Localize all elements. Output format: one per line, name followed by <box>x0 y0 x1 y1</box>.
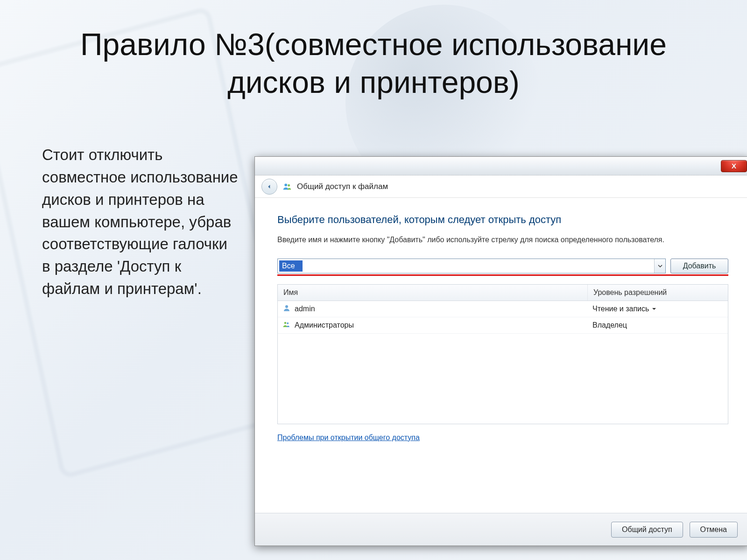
dialog-footer: Общий доступ Отмена <box>255 513 747 546</box>
user-combobox[interactable]: Все <box>277 259 666 273</box>
column-permission-header[interactable]: Уровень разрешений <box>588 285 728 301</box>
slide-title: Правило №3(совместное использование диск… <box>0 26 747 101</box>
group-icon <box>282 320 291 330</box>
chevron-down-icon <box>658 264 662 268</box>
people-icon <box>282 182 292 192</box>
chevron-down-icon <box>652 307 656 311</box>
help-link-row: Проблемы при открытии общего доступа <box>277 434 728 442</box>
permissions-table: Имя Уровень разрешений admin Чтение и за… <box>277 284 728 424</box>
dialog-content: Выберите пользователей, которым следует … <box>255 198 747 450</box>
file-sharing-dialog: X Общий доступ к файлам Выберите пользов… <box>254 156 747 546</box>
close-icon: X <box>732 162 736 170</box>
troubleshoot-link[interactable]: Проблемы при открытии общего доступа <box>277 434 420 441</box>
table-row[interactable]: admin Чтение и запись <box>278 301 728 317</box>
column-name-header[interactable]: Имя <box>278 285 588 301</box>
row-name: admin <box>295 305 315 313</box>
combobox-value[interactable]: Все <box>279 260 303 272</box>
row-permission: Чтение и запись <box>592 305 649 313</box>
svg-point-3 <box>284 322 287 324</box>
highlight-underline <box>277 274 728 276</box>
content-heading: Выберите пользователей, которым следует … <box>277 214 728 226</box>
titlebar: X <box>255 157 747 175</box>
svg-point-0 <box>284 183 287 186</box>
svg-point-1 <box>288 184 290 186</box>
cancel-button[interactable]: Отмена <box>690 522 738 538</box>
svg-point-2 <box>285 305 288 308</box>
combobox-dropdown[interactable] <box>654 259 665 273</box>
svg-point-4 <box>287 322 289 324</box>
permission-dropdown[interactable] <box>652 305 656 313</box>
dialog-title: Общий доступ к файлам <box>297 182 388 191</box>
content-subtext: Введите имя и нажмите кнопку "Добавить" … <box>277 234 728 245</box>
back-button[interactable] <box>261 179 277 195</box>
slide-body-text: Стоит отключить совместное использование… <box>42 144 238 300</box>
navigation-bar: Общий доступ к файлам <box>255 175 747 198</box>
arrow-left-icon <box>266 183 273 190</box>
user-input-row: Все Добавить <box>277 259 728 273</box>
close-button[interactable]: X <box>721 160 747 172</box>
share-button[interactable]: Общий доступ <box>611 522 683 538</box>
user-icon <box>282 304 291 314</box>
row-permission: Владелец <box>592 321 627 329</box>
table-header: Имя Уровень разрешений <box>278 285 728 301</box>
row-name: Администраторы <box>295 321 354 329</box>
add-button[interactable]: Добавить <box>670 259 728 273</box>
table-row[interactable]: Администраторы Владелец <box>278 317 728 334</box>
